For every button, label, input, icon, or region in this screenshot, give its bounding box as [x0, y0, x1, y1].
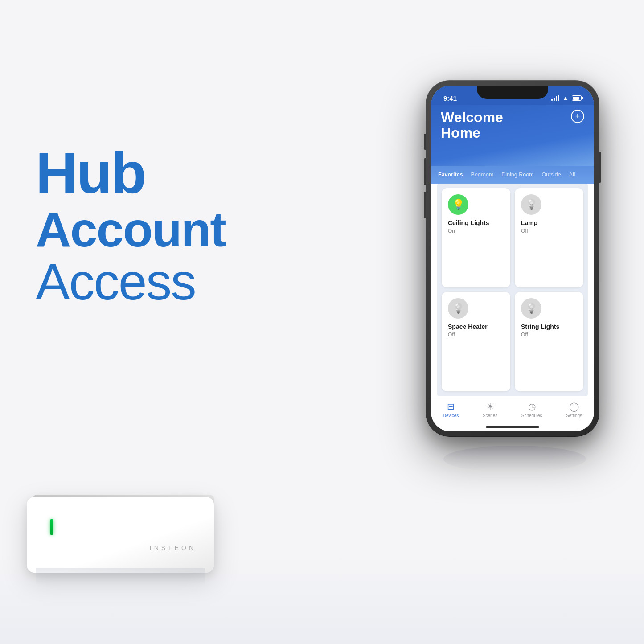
battery-icon [572, 95, 582, 101]
nav-schedules[interactable]: ◷ Schedules [521, 401, 542, 418]
string-lights-bulb-icon: 💡 [525, 303, 537, 314]
signal-bar-2 [554, 98, 555, 101]
tab-dining-room[interactable]: Dining Room [501, 172, 533, 178]
scenes-nav-icon: ☀ [486, 401, 494, 412]
wifi-icon: ▲ [563, 95, 568, 101]
string-lights-name: String Lights [521, 323, 577, 331]
signal-bars-icon [551, 95, 559, 101]
devices-nav-icon: ⊟ [447, 401, 455, 412]
space-heater-status: Off [448, 332, 504, 338]
headline-access: Access [36, 255, 285, 309]
phone-mute-button [424, 134, 426, 150]
ceiling-lights-status: On [448, 228, 504, 234]
ceiling-lights-bulb-icon: 💡 [452, 199, 464, 210]
schedules-nav-icon: ◷ [528, 401, 536, 412]
hub-body: INSTEON [27, 497, 214, 573]
tab-outside[interactable]: Outside [542, 172, 561, 178]
battery-fill [573, 97, 579, 100]
headline-hub: Hub [36, 143, 285, 204]
settings-nav-icon: ◯ [569, 401, 579, 412]
hub-led [50, 519, 53, 535]
status-icons: ▲ [551, 95, 582, 101]
home-indicator [486, 426, 539, 428]
signal-bar-4 [558, 95, 559, 101]
nav-devices[interactable]: ⊟ Devices [443, 401, 459, 418]
lamp-status: Off [521, 228, 577, 234]
device-card-ceiling-lights[interactable]: 💡 Ceiling Lights On [442, 188, 510, 287]
phone-notch [477, 86, 548, 99]
signal-bar-1 [551, 99, 553, 101]
lamp-name: Lamp [521, 219, 577, 227]
app-title-line2: Home [441, 125, 480, 141]
phone-power-button [599, 152, 601, 183]
ceiling-lights-icon-circle: 💡 [448, 194, 468, 215]
string-lights-status: Off [521, 332, 577, 338]
tab-bedroom[interactable]: Bedroom [471, 172, 494, 178]
hub-brand-label: INSTEON [150, 544, 196, 551]
schedules-nav-label: Schedules [521, 413, 542, 418]
phone-outer-shell: 9:41 ▲ Welcome [426, 80, 599, 437]
hub-device: INSTEON [27, 497, 218, 586]
add-device-button[interactable]: + [571, 110, 584, 123]
app-title-line1: Welcome [441, 109, 503, 125]
headline-section: Hub Account Access [36, 143, 285, 309]
phone-volume-up-button [424, 158, 426, 185]
app-title: Welcome Home [441, 110, 584, 141]
devices-nav-label: Devices [443, 413, 459, 418]
device-card-space-heater[interactable]: 💡 Space Heater Off [442, 292, 510, 391]
phone-screen: 9:41 ▲ Welcome [431, 86, 594, 431]
scenes-nav-label: Scenes [483, 413, 497, 418]
device-card-string-lights[interactable]: 💡 String Lights Off [515, 292, 583, 391]
tab-favorites[interactable]: Favorites [438, 172, 463, 178]
lamp-icon-circle: 💡 [521, 194, 541, 215]
status-time: 9:41 [443, 94, 457, 102]
device-card-lamp[interactable]: 💡 Lamp Off [515, 188, 583, 287]
space-heater-icon-circle: 💡 [448, 298, 468, 319]
space-heater-bulb-icon: 💡 [452, 303, 464, 314]
phone-container: 9:41 ▲ Welcome [426, 80, 604, 446]
string-lights-icon-circle: 💡 [521, 298, 541, 319]
nav-settings[interactable]: ◯ Settings [566, 401, 582, 418]
signal-bar-3 [556, 96, 557, 101]
lamp-bulb-icon: 💡 [525, 199, 537, 210]
ceiling-lights-name: Ceiling Lights [448, 219, 504, 227]
headline-account: Account [36, 204, 285, 255]
phone-volume-down-button [424, 192, 426, 218]
device-grid: 💡 Ceiling Lights On 💡 Lamp Off 💡 [437, 184, 588, 396]
settings-nav-label: Settings [566, 413, 582, 418]
nav-scenes[interactable]: ☀ Scenes [483, 401, 497, 418]
tab-all[interactable]: All [569, 172, 575, 178]
space-heater-name: Space Heater [448, 323, 504, 331]
phone-reflection [443, 446, 586, 472]
tab-bar: Favorites Bedroom Dining Room Outside Al… [431, 166, 594, 184]
hub-reflection [36, 568, 205, 586]
